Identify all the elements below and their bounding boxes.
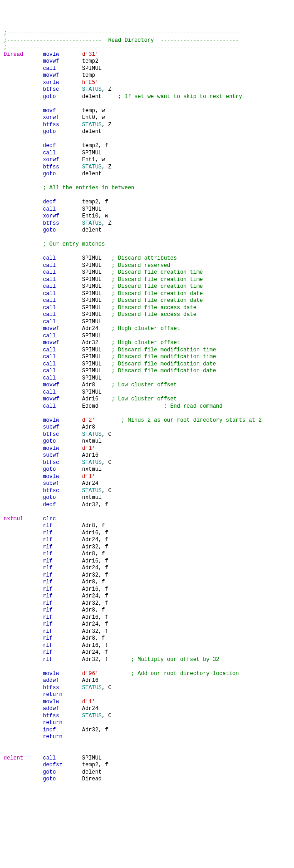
inline-comment: ; End read command [98,403,223,409]
inline-comment: ; Discard file modification date [102,361,216,367]
operand: C [108,685,111,691]
mnemonic: movwf [43,72,59,79]
mnemonic: rlf [43,642,53,649]
mnemonic: goto [43,494,56,501]
operand: Adr8 [82,382,95,388]
code-line: ;----------------------------- Read Dire… [4,37,290,44]
mnemonic: rlf [43,586,53,592]
code-line: addwf Adr24 [4,705,290,713]
operand: Adr32 [82,340,98,346]
mnemonic: rlf [43,635,53,641]
code-line: btfsc STATUS, C [4,459,290,467]
operand: Adr8, f [82,579,105,585]
code-line: rlf Adr16, f [4,558,290,565]
operand: Z [108,164,111,170]
mnemonic: call [43,262,56,269]
code-line: ;---------------------------------------… [4,30,290,37]
operand: Adr16, f [82,530,108,536]
operand: SPIMUL [82,283,102,290]
code-line: movlw d'1' [4,445,290,453]
code-line: ; Our entry matches [4,241,290,248]
code-line: call SPIMUL [4,206,290,213]
inline-comment: ; Discard file access date [102,305,196,311]
operand: Adr16 [82,677,98,684]
operand: Adr32, f [82,727,108,733]
operand: SPIMUL [82,305,102,311]
code-line [4,663,290,671]
mnemonic: rlf [43,621,53,627]
operand: SPIMUL [82,150,102,156]
code-line: btfss STATUS, C [4,685,290,692]
mnemonic: goto [43,128,56,135]
code-line: subwf Adr8 [4,424,290,431]
mnemonic: return [43,691,62,698]
code-line: rlf Adr24, f [4,565,290,572]
mnemonic: return [43,734,62,740]
operand: SPIMUL [82,291,102,297]
mnemonic: rlf [43,593,53,599]
operand: Adr24 [82,480,98,487]
operand: Adr32, f [82,656,108,663]
code-line: xorwf Ent1, w [4,157,290,164]
mnemonic: rlf [43,530,53,536]
mnemonic: btfss [43,713,59,719]
mnemonic: decfsz [43,762,62,768]
code-line: goto delent [4,769,290,776]
mnemonic: call [43,354,56,360]
code-line [4,748,290,755]
operand: STATUS [82,685,102,691]
operand: Adr32, f [82,544,108,550]
operand: d'96' [82,671,98,677]
operand: Z [108,220,111,227]
mnemonic: goto [43,171,56,177]
inline-comment: ; Discard file creation time [102,276,203,283]
inline-comment: ; Add our root directory location [98,671,239,677]
code-line: call SPIMUL ; Discard file creation date [4,297,290,305]
mnemonic: call [43,755,56,761]
label: Diread [4,51,23,58]
code-line: btfss STATUS, Z [4,220,290,227]
mnemonic: call [43,276,56,283]
code-line: rlf Adr24, f [4,593,290,600]
code-line: xorlw h'E5' [4,79,290,87]
operand: SPIMUL [82,297,102,304]
operand: , [102,122,108,128]
code-line: rlf Adr24, f [4,621,290,628]
code-line: xorwf Ent0, w [4,114,290,122]
operand: Ent0, w [82,114,105,121]
code-line: movlw d'1' [4,473,290,481]
operand: Adr32, f [82,502,108,508]
code-line: movwf Adr24 ; High cluster offset [4,326,290,333]
mnemonic: call [43,305,56,311]
operand: d'2' [82,417,95,424]
operand: SPIMUL [82,269,102,276]
operand: temp2, f [82,143,108,149]
code-line: goto delent [4,171,290,178]
operand: SPIMUL [82,319,102,325]
mnemonic: movlw [43,51,59,58]
operand: Adr16, f [82,586,108,592]
mnemonic: goto [43,466,56,473]
code-line: rlf Adr8, f [4,551,290,558]
operand: , [102,431,108,438]
mnemonic: call [43,375,56,381]
operand: nxtmul [82,438,102,444]
code-line: goto delent [4,128,290,136]
code-line: movwf Adr8 ; Low cluster offset [4,382,290,389]
operand: , [102,220,108,227]
mnemonic: rlf [43,544,53,550]
operand: SPIMUL [82,361,102,367]
operand: Adr24 [82,705,98,712]
mnemonic: xorwf [43,213,59,219]
inline-comment: ; Discard file creation time [102,283,203,290]
mnemonic: call [43,347,56,353]
inline-comment: ; Discard file access date [102,311,196,318]
mnemonic: rlf [43,523,53,529]
code-line: call SPIMUL ; Discard file modification … [4,354,290,361]
mnemonic: rlf [43,600,53,607]
mnemonic: subwf [43,424,59,430]
operand: , [102,685,108,691]
operand: Adr8, f [82,607,105,613]
operand: STATUS [82,122,102,128]
operand: C [108,713,111,719]
